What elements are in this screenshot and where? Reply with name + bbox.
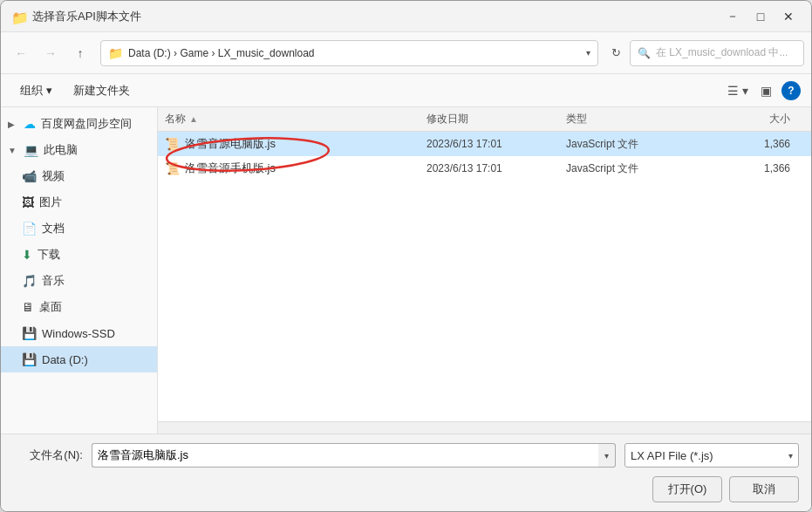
sidebar-item-video[interactable]: 📹 视频 (1, 163, 157, 189)
col-type-header[interactable]: 类型 (566, 112, 671, 126)
sidebar-label: 桌面 (39, 299, 62, 315)
file-date: 2023/6/13 17:01 (426, 162, 566, 174)
sidebar-label: 此电脑 (44, 142, 78, 158)
back-button[interactable]: ← (8, 40, 34, 66)
filename-label: 文件名(N): (13, 447, 83, 463)
sidebar: ▶ ☁ 百度网盘同步空间 ▼ 💻 此电脑 📹 视频 🖼 图片 📄 文档 (1, 107, 158, 433)
file-size: 1,366 (671, 162, 804, 174)
col-date-header[interactable]: 修改日期 (426, 112, 566, 126)
nav-bar: ← → ↑ 📁 Data (D:) › Game › LX_music_down… (1, 32, 811, 74)
desktop-icon: 🖥 (22, 300, 34, 314)
search-bar[interactable]: 🔍 在 LX_music_download 中... (630, 40, 804, 66)
sidebar-item-music[interactable]: 🎵 音乐 (1, 268, 157, 294)
sidebar-label: 图片 (39, 195, 62, 210)
sidebar-item-this-pc[interactable]: ▼ 💻 此电脑 (1, 137, 157, 163)
address-dropdown-icon[interactable]: ▾ (586, 48, 590, 58)
sort-icon: ▲ (189, 114, 198, 124)
title-bar-left: 📁 选择音乐API脚本文件 (11, 9, 141, 24)
title-bar: 📁 选择音乐API脚本文件 － □ ✕ (1, 1, 811, 32)
table-row[interactable]: 📜 洛雪音源手机版.js 2023/6/13 17:01 JavaScript … (158, 156, 811, 181)
toolbar-left: 组织 ▾ 新建文件夹 (11, 79, 139, 103)
sidebar-item-pictures[interactable]: 🖼 图片 (1, 189, 157, 215)
sidebar-item-baidu[interactable]: ▶ ☁ 百度网盘同步空间 (1, 111, 157, 137)
sidebar-item-windows-ssd[interactable]: 💾 Windows-SSD (1, 320, 157, 346)
title-icon: 📁 (11, 10, 25, 24)
sidebar-item-data-d[interactable]: 💾 Data (D:) (1, 346, 157, 372)
search-icon: 🔍 (638, 47, 651, 59)
file-name: 洛雪音源电脑版.js (185, 136, 276, 152)
filetype-text: LX API File (*.js) (631, 449, 713, 462)
filetype-select[interactable]: LX API File (*.js) ▾ (624, 443, 799, 468)
address-bar[interactable]: 📁 Data (D:) › Game › LX_music_download ▾ (100, 40, 598, 66)
baidu-icon: ☁ (24, 117, 36, 131)
toolbar-right: ☰ ▾ ▣ ? (726, 79, 801, 103)
file-list-header: 名称 ▲ 修改日期 类型 大小 (158, 107, 811, 132)
file-area: 名称 ▲ 修改日期 类型 大小 📜 洛雪音源电脑版.js (158, 107, 811, 433)
folder-icon: 📁 (108, 46, 123, 60)
data-d-icon: 💾 (22, 352, 37, 366)
sidebar-item-documents[interactable]: 📄 文档 (1, 215, 157, 242)
filename-input-wrapper: ▾ (92, 443, 616, 468)
js-file-icon: 📜 (165, 161, 180, 175)
filename-input[interactable] (92, 443, 598, 468)
view-button[interactable]: ☰ ▾ (726, 79, 750, 103)
sidebar-label: Data (D:) (42, 353, 88, 366)
action-buttons: 打开(O) 取消 (13, 476, 799, 502)
pictures-icon: 🖼 (22, 195, 34, 209)
downloads-icon: ⬇ (22, 248, 32, 262)
filename-dropdown-button[interactable]: ▾ (598, 443, 616, 468)
pc-icon: 💻 (24, 143, 38, 157)
sidebar-label: Windows-SSD (42, 327, 115, 340)
file-type: JavaScript 文件 (566, 161, 671, 176)
music-icon: 🎵 (22, 274, 37, 288)
documents-icon: 📄 (22, 222, 37, 236)
file-size: 1,366 (671, 138, 804, 150)
toolbar: 组织 ▾ 新建文件夹 ☰ ▾ ▣ ? (1, 74, 811, 107)
help-button[interactable]: ? (781, 81, 801, 100)
open-button[interactable]: 打开(O) (652, 476, 722, 502)
file-date: 2023/6/13 17:01 (426, 138, 566, 150)
js-file-icon: 📜 (165, 137, 180, 151)
new-folder-button[interactable]: 新建文件夹 (65, 79, 139, 103)
search-placeholder: 在 LX_music_download 中... (656, 45, 796, 60)
sidebar-item-desktop[interactable]: 🖥 桌面 (1, 294, 157, 320)
bottom-bar: 文件名(N): ▾ LX API File (*.js) ▾ 打开(O) 取消 (1, 433, 811, 511)
video-icon: 📹 (22, 169, 37, 183)
sidebar-label: 百度网盘同步空间 (41, 116, 132, 132)
maximize-button[interactable]: □ (748, 4, 773, 29)
sidebar-label: 视频 (42, 168, 65, 184)
minimize-button[interactable]: － (720, 4, 745, 29)
main-content: ▶ ☁ 百度网盘同步空间 ▼ 💻 此电脑 📹 视频 🖼 图片 📄 文档 (1, 107, 811, 433)
cancel-button[interactable]: 取消 (729, 476, 799, 502)
forward-button[interactable]: → (38, 40, 64, 66)
title-controls: － □ ✕ (720, 4, 801, 29)
expand-icon: ▼ (8, 146, 18, 155)
file-icon-col: 📜 洛雪音源手机版.js (165, 160, 426, 176)
col-name-header[interactable]: 名称 ▲ (165, 112, 426, 126)
title-text: 选择音乐API脚本文件 (32, 9, 141, 24)
file-list: 📜 洛雪音源电脑版.js 2023/6/13 17:01 JavaScript … (158, 132, 811, 421)
filename-row: 文件名(N): ▾ LX API File (*.js) ▾ (13, 443, 799, 468)
refresh-button[interactable]: ↻ (605, 43, 626, 64)
table-row[interactable]: 📜 洛雪音源电脑版.js 2023/6/13 17:01 JavaScript … (158, 132, 811, 156)
sidebar-item-downloads[interactable]: ⬇ 下载 (1, 242, 157, 268)
close-button[interactable]: ✕ (776, 4, 801, 29)
file-name: 洛雪音源手机版.js (185, 160, 276, 176)
filetype-dropdown-icon: ▾ (788, 451, 793, 461)
horizontal-scrollbar[interactable] (158, 421, 811, 433)
sidebar-label: 下载 (38, 247, 60, 263)
sidebar-label: 文档 (42, 221, 65, 236)
pane-button[interactable]: ▣ (754, 79, 778, 103)
col-size-header[interactable]: 大小 (671, 112, 804, 126)
up-button[interactable]: ↑ (67, 40, 93, 66)
organize-button[interactable]: 组织 ▾ (11, 79, 61, 103)
windows-ssd-icon: 💾 (22, 326, 37, 340)
sidebar-label: 音乐 (42, 273, 65, 289)
expand-icon: ▶ (8, 119, 18, 129)
file-icon-col: 📜 洛雪音源电脑版.js (165, 136, 426, 152)
address-text: Data (D:) › Game › LX_music_download (128, 47, 581, 59)
dialog-window: 📁 选择音乐API脚本文件 － □ ✕ ← → ↑ 📁 Data (D:) › … (0, 0, 812, 512)
file-type: JavaScript 文件 (566, 137, 671, 152)
